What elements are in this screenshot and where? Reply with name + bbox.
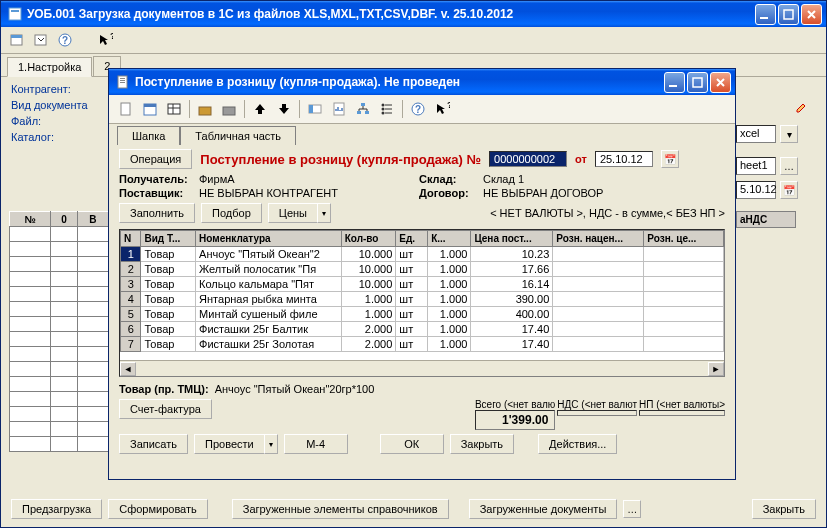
tb-tree-icon[interactable] — [376, 98, 398, 120]
format-dropdown-icon[interactable]: ▾ — [780, 125, 798, 143]
grid-cell[interactable]: 400.00 — [471, 307, 553, 322]
preload-button[interactable]: Предзагрузка — [11, 499, 102, 519]
grid-col-header[interactable]: Розн. нацен... — [553, 231, 644, 247]
prices-button[interactable]: Цены — [268, 203, 317, 223]
grid-cell[interactable]: 2.000 — [341, 337, 396, 352]
grid-cell[interactable]: шт — [396, 247, 428, 262]
table-row[interactable]: 5ТоварМинтай сушеный филе1.000шт1.000400… — [121, 307, 724, 322]
invoice-button[interactable]: Счет-фактура — [119, 399, 212, 419]
grid-cell[interactable]: 3 — [121, 277, 141, 292]
grid-cell[interactable]: шт — [396, 337, 428, 352]
grid-cell[interactable]: 1.000 — [341, 292, 396, 307]
grid-cell[interactable]: Товар — [141, 262, 196, 277]
bg-col-0[interactable]: 0 — [51, 212, 78, 227]
tab-table-part[interactable]: Табличная часть — [180, 126, 296, 145]
close-dialog-button[interactable]: Закрыть — [450, 434, 514, 454]
pointer-help-icon[interactable]: ? — [95, 30, 115, 50]
table-row[interactable]: 7ТоварФисташки 25г Золотая2.000шт1.00017… — [121, 337, 724, 352]
tab-header[interactable]: Шапка — [117, 126, 180, 145]
format-input[interactable]: xcel — [736, 125, 776, 143]
loaded-dict-button[interactable]: Загруженные элементы справочников — [232, 499, 449, 519]
table-row[interactable]: 2ТоварЖелтый полосатик "Пя10.000шт1.0001… — [121, 262, 724, 277]
tb-card-icon[interactable] — [304, 98, 326, 120]
grid-cell[interactable]: Товар — [141, 337, 196, 352]
grid-col-header[interactable]: К... — [428, 231, 471, 247]
grid-cell[interactable]: 1.000 — [428, 262, 471, 277]
grid-col-header[interactable]: N — [121, 231, 141, 247]
date-input-bg[interactable]: 5.10.12 — [736, 181, 776, 199]
scroll-left-icon[interactable]: ◄ — [120, 362, 136, 376]
docs-browse-icon[interactable]: … — [623, 500, 641, 518]
main-close-button[interactable] — [801, 4, 822, 25]
grid-cell[interactable]: шт — [396, 262, 428, 277]
arrow-down-icon[interactable] — [273, 98, 295, 120]
doc-date-calendar-icon[interactable]: 📅 — [661, 150, 679, 168]
grid-cell[interactable]: Товар — [141, 307, 196, 322]
grid-cell[interactable] — [644, 322, 724, 337]
grid-cell[interactable]: 10.23 — [471, 247, 553, 262]
tb-layout-icon[interactable] — [163, 98, 185, 120]
prices-dropdown-icon[interactable]: ▾ — [317, 203, 331, 223]
tb-pointer-help-icon[interactable]: ? — [431, 98, 453, 120]
grid-cell[interactable]: 1.000 — [428, 292, 471, 307]
sheet-browse-icon[interactable]: … — [780, 157, 798, 175]
grid-cell[interactable] — [644, 292, 724, 307]
horizontal-scrollbar[interactable]: ◄ ► — [120, 360, 724, 376]
grid-cell[interactable]: 1.000 — [428, 277, 471, 292]
grid-cell[interactable]: 6 — [121, 322, 141, 337]
grid-cell[interactable] — [553, 322, 644, 337]
bg-col-v[interactable]: В — [77, 212, 108, 227]
calendar-icon[interactable]: 📅 — [780, 181, 798, 199]
main-close-footer-button[interactable]: Закрыть — [752, 499, 816, 519]
grid-cell[interactable]: Фисташки 25г Золотая — [196, 337, 342, 352]
grid-cell[interactable]: Янтарная рыбка минта — [196, 292, 342, 307]
dialog-maximize-button[interactable] — [687, 72, 708, 93]
tb-structure-icon[interactable] — [352, 98, 374, 120]
table-row[interactable]: 3ТоварКольцо кальмара "Пят10.000шт1.0001… — [121, 277, 724, 292]
grid-cell[interactable] — [644, 337, 724, 352]
grid-cell[interactable]: 10.000 — [341, 277, 396, 292]
grid-cell[interactable] — [644, 262, 724, 277]
grid-cell[interactable]: 10.000 — [341, 247, 396, 262]
fill-button[interactable]: Заполнить — [119, 203, 195, 223]
save-button[interactable]: Записать — [119, 434, 188, 454]
bg-col-n[interactable]: № — [10, 212, 51, 227]
loaded-docs-button[interactable]: Загруженные документы — [469, 499, 618, 519]
tb-new-icon[interactable] — [115, 98, 137, 120]
grid-cell[interactable]: Минтай сушеный филе — [196, 307, 342, 322]
grid-cell[interactable]: Товар — [141, 247, 196, 262]
grid-cell[interactable]: Товар — [141, 292, 196, 307]
grid-cell[interactable]: 17.40 — [471, 322, 553, 337]
grid-cell[interactable]: Товар — [141, 277, 196, 292]
table-row[interactable]: 1ТоварАнчоус "Пятый Океан"210.000шт1.000… — [121, 247, 724, 262]
operation-button[interactable]: Операция — [119, 149, 192, 169]
prices-split-button[interactable]: Цены ▾ — [268, 203, 331, 223]
toolbar-btn-1[interactable] — [7, 30, 27, 50]
grid-cell[interactable]: 2.000 — [341, 322, 396, 337]
grid-cell[interactable]: 5 — [121, 307, 141, 322]
select-button[interactable]: Подбор — [201, 203, 262, 223]
grid-cell[interactable]: 1.000 — [428, 322, 471, 337]
grid-cell[interactable] — [644, 307, 724, 322]
grid-cell[interactable]: шт — [396, 307, 428, 322]
grid-col-header[interactable]: Кол-во — [341, 231, 396, 247]
toolbar-btn-2[interactable] — [31, 30, 51, 50]
grid-cell[interactable]: шт — [396, 277, 428, 292]
grid-cell[interactable] — [553, 262, 644, 277]
main-minimize-button[interactable] — [755, 4, 776, 25]
grid-cell[interactable]: 2 — [121, 262, 141, 277]
grid-cell[interactable] — [553, 292, 644, 307]
grid-col-header[interactable]: Ед. — [396, 231, 428, 247]
post-dropdown-icon[interactable]: ▾ — [264, 434, 278, 454]
grid-col-header[interactable]: Вид Т... — [141, 231, 196, 247]
tb-post-icon[interactable] — [194, 98, 216, 120]
doc-number-input[interactable]: 0000000002 — [489, 151, 567, 167]
grid-col-header[interactable]: Цена пост... — [471, 231, 553, 247]
table-row[interactable]: 4ТоварЯнтарная рыбка минта1.000шт1.00039… — [121, 292, 724, 307]
grid-cell[interactable]: 10.000 — [341, 262, 396, 277]
grid-cell[interactable]: 1 — [121, 247, 141, 262]
post-button[interactable]: Провести — [194, 434, 264, 454]
tb-unpost-icon[interactable] — [218, 98, 240, 120]
grid-cell[interactable]: 16.14 — [471, 277, 553, 292]
tb-report-icon[interactable] — [328, 98, 350, 120]
